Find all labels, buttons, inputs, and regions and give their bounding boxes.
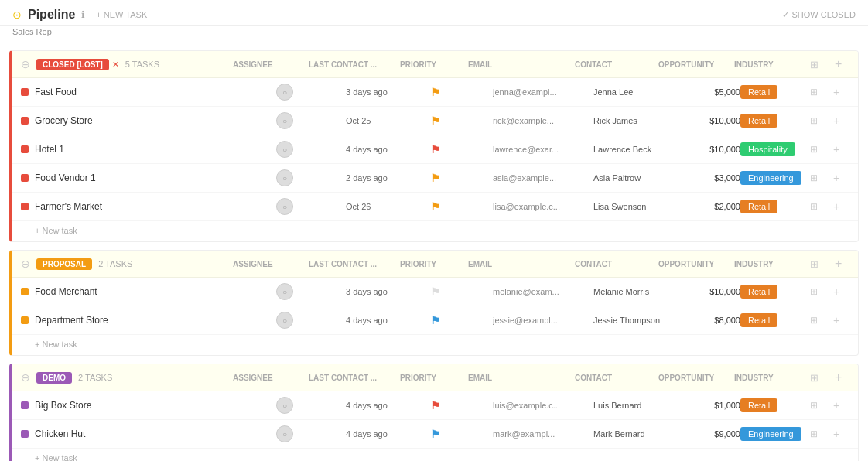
task-label[interactable]: Food Vendor 1 (35, 172, 96, 183)
task-label[interactable]: Fast Food (35, 87, 77, 97)
opportunity-cell: $3,000 (671, 173, 740, 183)
task-label[interactable]: Department Store (35, 315, 108, 326)
priority-cell[interactable]: ⚑ (431, 314, 493, 326)
priority-cell[interactable]: ⚑ (431, 143, 493, 155)
add-column-icon[interactable]: + (835, 57, 849, 71)
industry-cell[interactable]: Retail (740, 87, 810, 97)
row-add-icon[interactable]: + (833, 200, 849, 213)
task-label[interactable]: Chicken Hut (35, 429, 85, 439)
row-add-icon[interactable]: + (833, 399, 849, 411)
industry-badge[interactable]: Engineering (740, 171, 801, 185)
avatar[interactable]: ○ (276, 84, 293, 101)
header: ⊙ Pipeline ℹ + NEW TASK ✓ SHOW CLOSED (0, 0, 868, 26)
industry-badge[interactable]: Retail (740, 85, 777, 99)
add-column-icon[interactable]: + (835, 257, 849, 271)
row-add-icon[interactable]: + (833, 314, 849, 326)
section-contact-col: CONTACT (575, 60, 652, 69)
avatar[interactable]: ○ (276, 397, 293, 414)
avatar[interactable]: ○ (276, 112, 293, 129)
contact-cell: Jessie Thompson (593, 316, 671, 325)
section-contact-col: CONTACT (575, 260, 652, 268)
contact-cell: Rick James (593, 116, 671, 125)
industry-badge[interactable]: Hospitality (740, 142, 795, 156)
row-add-icon[interactable]: + (833, 114, 849, 127)
email-cell: lawrence@exar... (493, 145, 593, 154)
section-lastcontact-col: LAST CONTACT ... (309, 60, 394, 69)
industry-cell[interactable]: Engineering (740, 429, 810, 439)
industry-cell[interactable]: Retail (740, 400, 810, 411)
grid-icon[interactable]: ⊞ (810, 59, 829, 70)
info-icon[interactable]: ℹ (81, 9, 85, 20)
avatar[interactable]: ○ (276, 169, 293, 186)
add-column-icon[interactable]: + (835, 371, 849, 384)
section-toggle[interactable]: ⊖ (21, 371, 30, 384)
industry-cell[interactable]: Retail (740, 115, 810, 126)
row-grid-icon[interactable]: ⊞ (810, 400, 833, 411)
industry-cell[interactable]: Retail (740, 286, 810, 297)
section-toggle[interactable]: ⊖ (21, 58, 30, 70)
task-label[interactable]: Big Box Store (35, 400, 91, 411)
priority-cell[interactable]: ⚑ (431, 114, 493, 127)
priority-cell[interactable]: ⚑ (431, 285, 493, 298)
industry-badge[interactable]: Retail (740, 285, 777, 299)
task-label[interactable]: Grocery Store (35, 115, 93, 126)
priority-cell[interactable]: ⚑ (431, 200, 493, 213)
industry-cell[interactable]: Engineering (740, 172, 810, 183)
avatar[interactable]: ○ (276, 141, 293, 158)
section-email-col: EMAIL (468, 60, 569, 69)
grid-icon[interactable]: ⊞ (810, 372, 829, 384)
industry-badge[interactable]: Retail (740, 114, 777, 128)
new-task-link[interactable]: + New task (12, 335, 858, 355)
email-cell: mark@exampl... (493, 429, 593, 439)
assignee-cell: ○ (276, 283, 346, 300)
priority-cell[interactable]: ⚑ (431, 399, 493, 411)
table-row: Big Box Store ○ 4 days ago ⚑ luis@exampl… (12, 391, 858, 420)
row-grid-icon[interactable]: ⊞ (810, 201, 833, 212)
new-task-link[interactable]: + New task (12, 221, 858, 241)
priority-cell[interactable]: ⚑ (431, 172, 493, 184)
industry-cell[interactable]: Retail (740, 201, 810, 212)
task-label[interactable]: Food Merchant (35, 286, 97, 297)
show-closed-button[interactable]: ✓ SHOW CLOSED (782, 10, 856, 20)
task-status-dot (21, 430, 29, 438)
row-grid-icon[interactable]: ⊞ (810, 115, 833, 126)
industry-badge[interactable]: Retail (740, 398, 777, 412)
priority-cell[interactable]: ⚑ (431, 86, 493, 98)
section-toggle[interactable]: ⊖ (21, 258, 30, 270)
priority-cell[interactable]: ⚑ (431, 428, 493, 440)
industry-badge[interactable]: Retail (740, 313, 777, 327)
toggle-icon[interactable]: ⊙ (12, 9, 22, 21)
row-grid-icon[interactable]: ⊞ (810, 429, 833, 439)
row-grid-icon[interactable]: ⊞ (810, 172, 833, 183)
row-grid-icon[interactable]: ⊞ (810, 315, 833, 326)
row-grid-icon[interactable]: ⊞ (810, 87, 833, 97)
task-name-cell: Chicken Hut (21, 429, 276, 439)
grid-icon[interactable]: ⊞ (810, 258, 829, 270)
section-badge: PROPOSAL (36, 258, 92, 270)
row-add-icon[interactable]: + (833, 285, 849, 298)
contact-cell: Jenna Lee (593, 87, 671, 97)
new-task-link[interactable]: + New task (12, 449, 858, 461)
assignee-cell: ○ (276, 397, 346, 414)
row-grid-icon[interactable]: ⊞ (810, 144, 833, 155)
new-task-button[interactable]: + NEW TASK (91, 9, 152, 21)
avatar[interactable]: ○ (276, 312, 293, 329)
avatar[interactable]: ○ (276, 283, 293, 300)
industry-badge[interactable]: Engineering (740, 427, 801, 441)
row-add-icon[interactable]: + (833, 143, 849, 155)
row-add-icon[interactable]: + (833, 86, 849, 98)
row-add-icon[interactable]: + (833, 428, 849, 440)
opportunity-cell: $9,000 (671, 429, 740, 439)
avatar[interactable]: ○ (276, 198, 293, 215)
industry-badge[interactable]: Retail (740, 200, 777, 213)
industry-cell[interactable]: Hospitality (740, 144, 810, 155)
task-label[interactable]: Hotel 1 (35, 144, 64, 155)
email-cell: rick@example... (493, 116, 593, 125)
row-add-icon[interactable]: + (833, 172, 849, 184)
industry-cell[interactable]: Retail (740, 315, 810, 326)
row-grid-icon[interactable]: ⊞ (810, 286, 833, 297)
opportunity-cell: $1,000 (671, 401, 740, 410)
task-label[interactable]: Farmer's Market (35, 201, 102, 212)
close-section-icon[interactable]: ✕ (112, 60, 119, 70)
avatar[interactable]: ○ (276, 425, 293, 442)
